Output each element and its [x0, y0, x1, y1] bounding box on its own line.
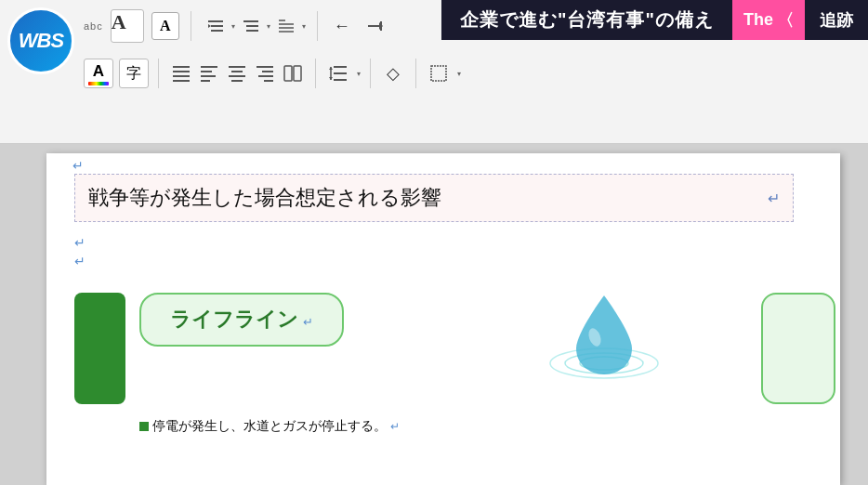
heading-box: 戦争等が発生した場合想定される影響 ↵	[74, 174, 794, 222]
toolbar-separator-6	[415, 59, 416, 88]
indent-dropdown-2[interactable]: ▾	[267, 22, 270, 31]
abc-label: abc	[84, 20, 103, 32]
tsuiseki-label: 追跡	[805, 0, 868, 40]
align-justify-button[interactable]	[168, 60, 194, 86]
lifeline-card: ライフライン ↵	[139, 293, 344, 347]
right-partial-card	[761, 293, 835, 404]
the-badge: The 〈	[732, 0, 805, 40]
border-dropdown[interactable]: ▾	[457, 70, 461, 78]
wbs-logo: WBS	[7, 7, 74, 74]
align-right-button[interactable]	[252, 60, 278, 86]
kanji-char: 字	[126, 64, 141, 84]
lifeline-return: ↵	[303, 315, 313, 329]
toolbar-separator-5	[370, 59, 371, 88]
align-center-button[interactable]	[224, 60, 250, 86]
bullet-icon	[139, 422, 149, 431]
indent-group: ▾ ▾ ▾	[203, 13, 306, 39]
list-indent-button-2[interactable]	[238, 13, 264, 39]
border-button[interactable]	[426, 60, 452, 86]
align-left-button[interactable]	[196, 60, 222, 86]
list-indent-button-1[interactable]	[203, 13, 229, 39]
columns-button[interactable]	[280, 60, 306, 86]
headline-text: 企業で進む"台湾有事"の備え	[441, 0, 732, 40]
green-sidebar-block	[74, 293, 125, 404]
arrow-right-button[interactable]	[362, 13, 388, 39]
arrow-left-button[interactable]: ←	[329, 13, 355, 39]
toolbar-separator-3	[158, 59, 159, 88]
content-return-1: ↵	[390, 420, 400, 433]
return-mark-top: ↵	[72, 158, 84, 173]
heading-text: 戦争等が発生した場合想定される影響	[88, 184, 441, 212]
svg-marker-3	[208, 24, 211, 28]
svg-rect-31	[294, 66, 301, 81]
svg-marker-36	[329, 67, 333, 70]
content-text-1: 停電が発生し、水道とガスが停止する。	[152, 418, 387, 435]
svg-rect-30	[284, 66, 292, 81]
chevron-icon: 〈	[777, 9, 794, 32]
document-content-area: ↵ 戦争等が発生した場合想定される影響 ↵ ↵ ↵ ライフライン ↵	[0, 144, 868, 485]
line-spacing-dropdown[interactable]: ▾	[357, 70, 361, 78]
return-mark-2: ↵	[74, 254, 85, 269]
toolbar-row2: A 字	[84, 51, 859, 96]
font-size-large-button[interactable]: A	[111, 9, 144, 43]
font-color-button[interactable]: A	[84, 59, 113, 88]
kanji-character-button[interactable]: 字	[119, 59, 149, 88]
list-indent-button-3[interactable]	[273, 13, 299, 39]
water-icon-area	[539, 282, 669, 384]
document-page: ↵ 戦争等が発生した場合想定される影響 ↵ ↵ ↵ ライフライン ↵	[46, 153, 840, 485]
indent-dropdown-3[interactable]: ▾	[302, 22, 306, 31]
toolbar-separator-2	[317, 11, 318, 41]
alignment-group	[168, 60, 306, 86]
line-spacing-button[interactable]	[325, 60, 351, 86]
toolbar-separator-1	[191, 11, 191, 41]
water-drop-svg	[539, 282, 669, 384]
font-size-small-button[interactable]: A	[151, 12, 179, 40]
top-right-header: 企業で進む"台湾有事"の備え The 〈 追跡	[441, 0, 868, 40]
heading-return-arrow: ↵	[768, 190, 780, 207]
shading-button[interactable]: ◇	[380, 60, 406, 86]
content-line-1: 停電が発生し、水道とガスが停止する。 ↵	[139, 418, 400, 435]
the-label: The	[743, 10, 773, 30]
color-bar	[88, 82, 109, 85]
toolbar-separator-4	[315, 59, 316, 88]
svg-marker-37	[329, 77, 333, 80]
svg-rect-38	[431, 66, 446, 81]
wbs-logo-text: WBS	[19, 29, 63, 53]
return-mark-1: ↵	[74, 235, 85, 250]
lifeline-title: ライフライン	[170, 308, 298, 331]
indent-dropdown-1[interactable]: ▾	[231, 22, 235, 31]
